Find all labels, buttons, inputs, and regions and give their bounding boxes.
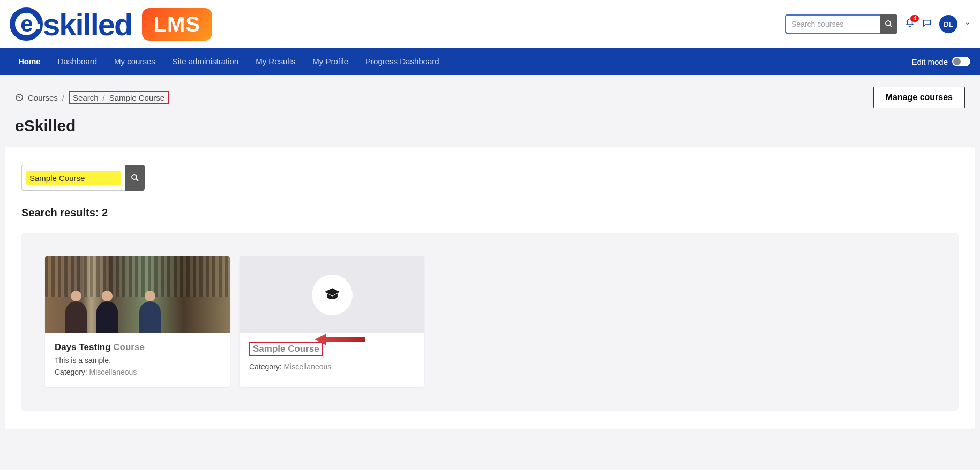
header-search <box>785 14 897 34</box>
logo-e-icon: e <box>10 7 43 41</box>
nav-my-courses[interactable]: My courses <box>106 48 164 75</box>
course-category: Category: Miscellaneous <box>55 368 220 376</box>
page-title: eSkilled <box>0 113 980 147</box>
notifications-button[interactable]: 4 <box>905 18 915 30</box>
svg-point-3 <box>19 97 20 98</box>
category-value: Miscellaneous <box>89 368 137 376</box>
header-search-input[interactable] <box>785 14 880 34</box>
course-card-body: Days Testing Course This is a sample. Ca… <box>45 333 230 387</box>
course-placeholder-circle <box>312 275 353 315</box>
chat-icon <box>922 18 932 28</box>
course-thumbnail-placeholder <box>240 256 424 333</box>
category-label: Category: <box>55 368 89 376</box>
svg-point-4 <box>132 175 137 179</box>
breadcrumb-separator: / <box>62 93 64 102</box>
results-heading: Search results: 2 <box>21 207 959 219</box>
svg-marker-6 <box>315 333 365 345</box>
main-search-value: Sample Course <box>26 171 121 185</box>
course-title-match: Course <box>113 342 145 352</box>
course-card[interactable]: Days Testing Course This is a sample. Ca… <box>45 256 230 387</box>
course-description: This is a sample. <box>55 356 220 365</box>
breadcrumb-separator: / <box>103 93 105 102</box>
course-thumbnail <box>45 256 230 333</box>
primary-nav: Home Dashboard My courses Site administr… <box>0 48 980 75</box>
course-category: Category: Miscellaneous <box>249 362 415 371</box>
course-card[interactable]: Sample Course Category: Miscellaneous <box>240 256 424 387</box>
main-search-input-wrap[interactable]: Sample Course <box>21 165 125 191</box>
course-title-prefix: Days Testing <box>55 342 113 352</box>
user-avatar[interactable]: DL <box>939 15 957 33</box>
category-value: Miscellaneous <box>284 362 332 371</box>
edit-mode-toggle[interactable] <box>952 57 970 66</box>
nav-site-admin[interactable]: Site administration <box>164 48 247 75</box>
svg-line-5 <box>136 179 138 181</box>
nav-dashboard[interactable]: Dashboard <box>49 48 106 75</box>
course-card-body: Sample Course Category: Miscellaneous <box>240 333 424 382</box>
search-icon <box>130 173 140 183</box>
toggle-knob <box>953 58 961 65</box>
messages-button[interactable] <box>922 18 932 30</box>
breadcrumb-highlight-box: Search / Sample Course <box>69 91 169 104</box>
user-menu-caret[interactable] <box>965 20 970 28</box>
dashboard-icon <box>15 93 24 102</box>
notification-count-badge: 4 <box>910 15 919 22</box>
breadcrumb-search[interactable]: Search <box>73 93 99 102</box>
manage-courses-button[interactable]: Manage courses <box>873 87 965 108</box>
avatar-initials: DL <box>944 20 953 28</box>
logo-text: skilled <box>43 6 132 42</box>
edit-mode-group: Edit mode <box>911 57 970 66</box>
logo[interactable]: eskilled LMS <box>10 6 212 42</box>
main-search: Sample Course <box>21 165 959 191</box>
results-grid: Days Testing Course This is a sample. Ca… <box>21 233 959 411</box>
breadcrumb-current: Sample Course <box>109 93 164 102</box>
main-panel: Sample Course Search results: 2 Days Tes… <box>5 147 975 429</box>
graduation-cap-icon <box>323 286 341 304</box>
breadcrumb-row: Courses / Search / Sample Course Manage … <box>0 75 980 113</box>
logo-lms-badge: LMS <box>142 8 212 41</box>
nav-home[interactable]: Home <box>10 48 49 75</box>
header-actions: 4 DL <box>785 14 970 34</box>
logo-eskilled: eskilled <box>10 6 132 42</box>
svg-point-0 <box>886 21 891 26</box>
top-header: eskilled LMS 4 DL <box>0 0 980 48</box>
main-search-button[interactable] <box>125 165 145 191</box>
header-search-button[interactable] <box>880 14 897 34</box>
chevron-down-icon <box>965 21 970 26</box>
course-title: Days Testing Course <box>55 342 220 353</box>
edit-mode-label: Edit mode <box>911 57 948 66</box>
breadcrumb: Courses / Search / Sample Course <box>15 91 169 104</box>
nav-progress-dashboard[interactable]: Progress Dashboard <box>357 48 448 75</box>
breadcrumb-courses[interactable]: Courses <box>28 93 58 102</box>
svg-line-1 <box>890 25 892 27</box>
category-label: Category: <box>249 362 284 371</box>
search-icon <box>884 19 894 29</box>
annotation-arrow-icon <box>315 331 368 347</box>
nav-my-results[interactable]: My Results <box>247 48 304 75</box>
nav-my-profile[interactable]: My Profile <box>304 48 357 75</box>
course-title-highlighted: Sample Course <box>249 342 323 356</box>
